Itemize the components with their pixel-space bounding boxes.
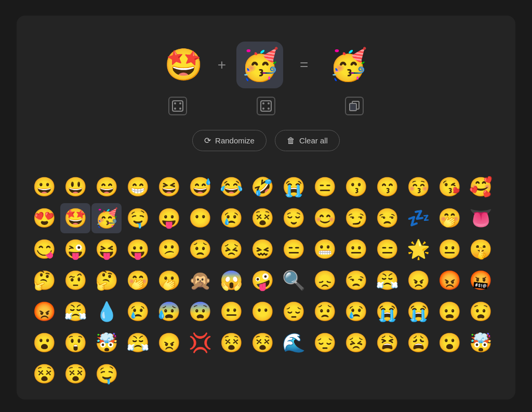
emoji-cell[interactable]: 😘 bbox=[434, 172, 464, 202]
emoji-cell[interactable]: 🤔 bbox=[29, 265, 59, 296]
emoji-cell[interactable]: 😍 bbox=[29, 203, 59, 233]
clear-all-button[interactable]: 🗑 Clear all bbox=[275, 130, 340, 151]
emoji-cell[interactable]: 😑 bbox=[278, 234, 309, 264]
emoji-cell[interactable]: 😱 bbox=[216, 265, 246, 296]
emoji-cell[interactable]: 🤨 bbox=[60, 265, 90, 296]
emoji-cell[interactable]: 🤯 bbox=[91, 328, 122, 358]
emoji-cell[interactable]: 😙 bbox=[372, 172, 402, 202]
emoji-cell[interactable]: 😚 bbox=[403, 172, 433, 202]
emoji-cell[interactable]: 😛 bbox=[154, 203, 184, 233]
emoji-cell[interactable]: 😕 bbox=[154, 234, 184, 264]
emoji-cell[interactable]: 💢 bbox=[185, 328, 215, 358]
copy-icon[interactable] bbox=[345, 97, 364, 115]
emoji-cell[interactable]: 😤 bbox=[60, 297, 90, 327]
emoji-cell[interactable]: 👅 bbox=[466, 203, 496, 233]
emoji-cell[interactable]: 😠 bbox=[403, 265, 433, 296]
emoji-cell[interactable]: 😔 bbox=[310, 328, 340, 358]
emoji-cell[interactable]: 😟 bbox=[310, 297, 340, 327]
emoji-slot-1[interactable]: 🤩 bbox=[161, 42, 207, 88]
emoji-cell[interactable]: 🤩 bbox=[60, 203, 90, 233]
emoji-cell[interactable]: 😀 bbox=[29, 172, 59, 202]
emoji-cell[interactable]: 😃 bbox=[60, 172, 90, 202]
emoji-cell[interactable]: 😡 bbox=[29, 297, 59, 327]
emoji-cell[interactable]: 😩 bbox=[403, 328, 433, 358]
emoji-cell[interactable]: 😬 bbox=[310, 234, 340, 264]
dice-icon-2[interactable] bbox=[257, 97, 275, 115]
emoji-cell[interactable]: 😶 bbox=[247, 297, 277, 327]
emoji-cell[interactable]: 😮 bbox=[434, 328, 464, 358]
emoji-cell[interactable]: 😠 bbox=[154, 328, 184, 358]
emoji-cell[interactable]: 😏 bbox=[341, 203, 371, 233]
emoji-cell[interactable]: 😅 bbox=[185, 172, 215, 202]
emoji-cell[interactable]: 🥰 bbox=[466, 172, 496, 202]
emoji-cell[interactable]: 😵 bbox=[247, 328, 277, 358]
emoji-cell[interactable]: 😤 bbox=[123, 328, 153, 358]
emoji-cell[interactable]: 😧 bbox=[466, 297, 496, 327]
emoji-cell[interactable]: 😵 bbox=[29, 359, 59, 389]
dice-icon-1[interactable] bbox=[168, 97, 187, 115]
emoji-cell[interactable]: 💧 bbox=[91, 297, 122, 327]
emoji-cell[interactable]: 😦 bbox=[434, 297, 464, 327]
emoji-cell[interactable]: 😣 bbox=[216, 234, 246, 264]
emoji-cell[interactable]: 😆 bbox=[154, 172, 184, 202]
randomize-button[interactable]: ⟳ Randomize bbox=[192, 130, 267, 151]
emoji-cell[interactable]: 😭 bbox=[403, 297, 433, 327]
emoji-cell[interactable]: 😵 bbox=[60, 359, 90, 389]
emoji-slot-2[interactable]: 🥳 bbox=[236, 42, 283, 88]
emoji-cell[interactable]: 😐 bbox=[341, 234, 371, 264]
emoji-cell[interactable]: 🌟 bbox=[403, 234, 433, 264]
emoji-cell[interactable]: 😜 bbox=[60, 234, 90, 264]
emoji-cell[interactable]: 🤬 bbox=[466, 265, 496, 296]
emoji-cell[interactable]: 🥳 bbox=[91, 203, 122, 233]
emoji-cell[interactable]: 😢 bbox=[216, 203, 246, 233]
emoji-cell[interactable]: 😫 bbox=[372, 328, 402, 358]
emoji-cell[interactable]: 😶 bbox=[185, 203, 215, 233]
emoji-cell[interactable]: 🤤 bbox=[91, 359, 122, 389]
emoji-cell[interactable]: 😁 bbox=[123, 172, 153, 202]
emoji-cell[interactable]: 😭 bbox=[278, 172, 309, 202]
emoji-cell[interactable]: 🤭 bbox=[123, 265, 153, 296]
emoji-cell[interactable]: 😢 bbox=[341, 297, 371, 327]
emoji-cell[interactable]: 😭 bbox=[372, 297, 402, 327]
emoji-cell[interactable]: 😗 bbox=[341, 172, 371, 202]
emoji-cell[interactable]: 🌊 bbox=[278, 328, 309, 358]
emoji-cell[interactable]: 😡 bbox=[434, 265, 464, 296]
emoji-cell[interactable]: 🤪 bbox=[247, 265, 277, 296]
emoji-cell[interactable]: 🔍 bbox=[278, 265, 309, 296]
emoji-cell[interactable]: 😌 bbox=[278, 203, 309, 233]
emoji-cell[interactable]: 😵 bbox=[216, 328, 246, 358]
emoji-cell[interactable]: 😮 bbox=[29, 328, 59, 358]
emoji-cell[interactable]: 😑 bbox=[372, 234, 402, 264]
emoji-cell[interactable]: 😣 bbox=[341, 328, 371, 358]
emoji-cell[interactable]: 💤 bbox=[403, 203, 433, 233]
emoji-cell[interactable]: 😐 bbox=[434, 234, 464, 264]
emoji-cell[interactable]: 🤭 bbox=[434, 203, 464, 233]
emoji-cell[interactable]: 😞 bbox=[310, 265, 340, 296]
emoji-cell[interactable]: 😲 bbox=[60, 328, 90, 358]
emoji-cell[interactable]: 😰 bbox=[154, 297, 184, 327]
emoji-cell[interactable]: 😒 bbox=[341, 265, 371, 296]
emoji-cell[interactable]: 😐 bbox=[216, 297, 246, 327]
emoji-cell[interactable]: 😢 bbox=[123, 297, 153, 327]
emoji-cell[interactable]: 🙊 bbox=[185, 265, 215, 296]
emoji-cell[interactable]: 😑 bbox=[310, 172, 340, 202]
emoji-cell[interactable]: 😔 bbox=[278, 297, 309, 327]
emoji-cell[interactable]: 🤔 bbox=[91, 265, 122, 296]
emoji-cell[interactable]: 🤯 bbox=[466, 328, 496, 358]
emoji-cell[interactable]: 🤫 bbox=[466, 234, 496, 264]
emoji-cell[interactable]: 😵 bbox=[247, 203, 277, 233]
emoji-cell[interactable]: 😖 bbox=[247, 234, 277, 264]
emoji-cell[interactable]: 😟 bbox=[185, 234, 215, 264]
emoji-cell[interactable]: 😂 bbox=[216, 172, 246, 202]
emoji-cell[interactable]: 😨 bbox=[185, 297, 215, 327]
emoji-cell[interactable]: 😛 bbox=[123, 234, 153, 264]
emoji-cell[interactable]: 🤤 bbox=[123, 203, 153, 233]
emoji-cell[interactable]: 😄 bbox=[91, 172, 122, 202]
emoji-cell[interactable]: 🫢 bbox=[154, 265, 184, 296]
emoji-cell[interactable]: 😒 bbox=[372, 203, 402, 233]
emoji-cell[interactable]: 🤣 bbox=[247, 172, 277, 202]
emoji-cell[interactable]: 😝 bbox=[91, 234, 122, 264]
emoji-cell[interactable]: 😋 bbox=[29, 234, 59, 264]
emoji-cell[interactable]: 😊 bbox=[310, 203, 340, 233]
emoji-cell[interactable]: 😤 bbox=[372, 265, 402, 296]
